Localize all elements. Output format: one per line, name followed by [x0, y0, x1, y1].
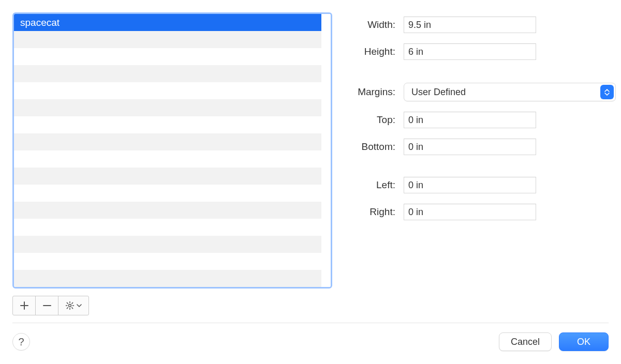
margin-bottom-input[interactable] — [404, 139, 536, 155]
list-item-empty[interactable] — [14, 168, 321, 185]
paper-size-list-section: spacecat — [12, 12, 332, 315]
right-label: Right: — [343, 206, 395, 218]
bottom-bar: ? Cancel OK — [12, 332, 609, 351]
list-item-label: spacecat — [20, 17, 60, 28]
remove-button[interactable] — [36, 296, 58, 315]
svg-line-5 — [67, 302, 68, 304]
actions-menu-button[interactable] — [58, 296, 88, 315]
list-item-empty[interactable] — [14, 270, 321, 287]
list-item-empty[interactable] — [14, 65, 321, 82]
list-item-empty[interactable] — [14, 236, 321, 253]
list-item-empty[interactable] — [14, 150, 321, 168]
list-toolbar — [12, 296, 89, 315]
ok-button-label: OK — [577, 337, 590, 347]
list-item-empty[interactable] — [14, 31, 321, 48]
help-button[interactable]: ? — [12, 333, 30, 351]
paper-size-form: Width: Height: Margins: User Defined Top… — [343, 12, 616, 231]
list-item-empty[interactable] — [14, 116, 321, 133]
left-label: Left: — [343, 179, 395, 191]
width-label: Width: — [343, 19, 395, 31]
paper-size-list[interactable]: spacecat — [12, 12, 332, 289]
list-item-empty[interactable] — [14, 99, 321, 116]
cancel-button-label: Cancel — [511, 337, 540, 347]
ok-button[interactable]: OK — [559, 332, 609, 351]
minus-icon — [43, 301, 51, 310]
margin-left-input[interactable] — [404, 177, 536, 193]
top-label: Top: — [343, 114, 395, 126]
list-item-empty[interactable] — [14, 48, 321, 65]
width-input[interactable] — [404, 17, 536, 33]
list-item-empty[interactable] — [14, 82, 321, 99]
add-button[interactable] — [13, 296, 36, 315]
list-item-empty[interactable] — [14, 253, 321, 270]
cancel-button[interactable]: Cancel — [499, 332, 552, 351]
margin-right-input[interactable] — [404, 204, 536, 220]
list-item-empty[interactable] — [14, 185, 321, 202]
height-input[interactable] — [404, 43, 536, 60]
gear-icon — [65, 301, 82, 310]
svg-line-8 — [72, 302, 73, 304]
svg-point-0 — [69, 305, 71, 307]
plus-icon — [20, 301, 28, 310]
divider — [12, 323, 609, 323]
list-scrollbar[interactable] — [321, 14, 331, 287]
height-label: Height: — [343, 46, 395, 57]
svg-line-7 — [67, 308, 68, 309]
select-stepper-icon — [600, 85, 614, 99]
margin-top-input[interactable] — [404, 112, 536, 128]
margins-select[interactable]: User Defined — [404, 83, 616, 101]
list-item-empty[interactable] — [14, 133, 321, 150]
margins-label: Margins: — [343, 86, 395, 98]
svg-line-6 — [72, 308, 73, 309]
chevron-down-icon — [77, 303, 82, 308]
margins-select-value: User Defined — [411, 87, 466, 98]
bottom-label: Bottom: — [343, 141, 395, 153]
help-icon: ? — [18, 336, 24, 348]
list-item-selected[interactable]: spacecat — [14, 14, 321, 31]
list-item-empty[interactable] — [14, 219, 321, 236]
list-item-empty[interactable] — [14, 202, 321, 219]
